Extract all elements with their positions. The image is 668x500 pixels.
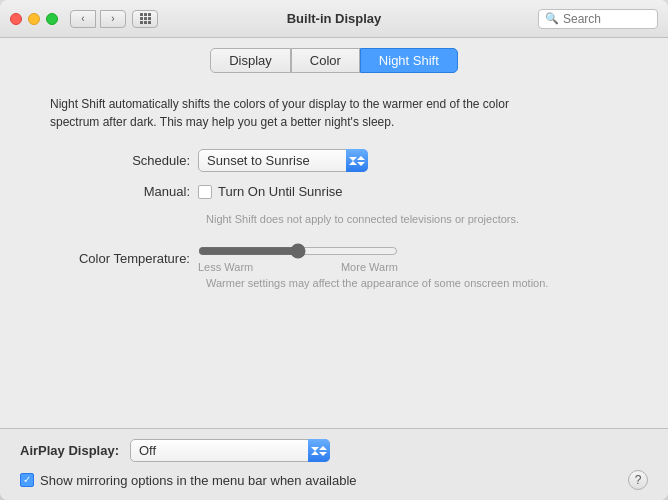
close-button[interactable] — [10, 13, 22, 25]
manual-checkbox-label: Turn On Until Sunrise — [218, 184, 343, 199]
main-content: Night Shift automatically shifts the col… — [0, 81, 668, 428]
maximize-button[interactable] — [46, 13, 58, 25]
color-temp-label: Color Temperature: — [50, 251, 190, 266]
schedule-row: Schedule: Sunset to Sunrise Off Custom — [50, 149, 638, 172]
more-warm-label: More Warm — [341, 261, 398, 273]
less-warm-label: Less Warm — [198, 261, 253, 273]
manual-checkbox-row: Turn On Until Sunrise — [198, 184, 343, 199]
slider-wrapper: Less Warm More Warm — [198, 243, 398, 273]
manual-row: Manual: Turn On Until Sunrise Night Shif… — [50, 184, 638, 227]
forward-button[interactable]: › — [100, 10, 126, 28]
mirroring-checkbox[interactable]: ✓ — [20, 473, 34, 487]
airplay-dropdown[interactable]: Off On — [130, 439, 330, 462]
airplay-row: AirPlay Display: Off On — [20, 439, 648, 462]
tab-bar: Display Color Night Shift — [0, 38, 668, 81]
titlebar: ‹ › Built-in Display 🔍 — [0, 0, 668, 38]
manual-label: Manual: — [50, 184, 190, 199]
search-input[interactable] — [563, 12, 651, 26]
bottom-bar: AirPlay Display: Off On ✓ Show mirroring… — [0, 428, 668, 500]
mirroring-row: ✓ Show mirroring options in the menu bar… — [20, 470, 648, 490]
nav-buttons: ‹ › — [70, 10, 126, 28]
airplay-dropdown-wrapper: Off On — [130, 439, 330, 462]
grid-icon — [140, 13, 151, 24]
tab-color[interactable]: Color — [291, 48, 360, 73]
grid-button[interactable] — [132, 10, 158, 28]
airplay-label: AirPlay Display: — [20, 443, 120, 458]
schedule-label: Schedule: — [50, 153, 190, 168]
back-button[interactable]: ‹ — [70, 10, 96, 28]
search-box[interactable]: 🔍 — [538, 9, 658, 29]
slider-labels: Less Warm More Warm — [198, 261, 398, 273]
color-temp-slider[interactable] — [198, 243, 398, 259]
slider-note-text: Warmer settings may affect the appearanc… — [206, 277, 548, 289]
form-section: Schedule: Sunset to Sunrise Off Custom — [30, 149, 638, 292]
mirroring-label: Show mirroring options in the menu bar w… — [40, 473, 357, 488]
minimize-button[interactable] — [28, 13, 40, 25]
schedule-dropdown-wrapper: Sunset to Sunrise Off Custom — [198, 149, 368, 172]
description-text: Night Shift automatically shifts the col… — [30, 95, 510, 131]
checkmark-icon: ✓ — [23, 475, 31, 485]
search-icon: 🔍 — [545, 12, 559, 25]
traffic-lights — [10, 13, 58, 25]
color-temp-section: Color Temperature: Less Warm More Warm W… — [50, 243, 638, 291]
window-title: Built-in Display — [287, 11, 382, 26]
schedule-dropdown[interactable]: Sunset to Sunrise Off Custom — [198, 149, 368, 172]
color-temp-row: Color Temperature: Less Warm More Warm — [50, 243, 638, 273]
manual-checkbox[interactable] — [198, 185, 212, 199]
window: ‹ › Built-in Display 🔍 Display Color Nig… — [0, 0, 668, 500]
tab-display[interactable]: Display — [210, 48, 291, 73]
tab-nightshift[interactable]: Night Shift — [360, 48, 458, 73]
help-button[interactable]: ? — [628, 470, 648, 490]
manual-note-text: Night Shift does not apply to connected … — [206, 213, 519, 225]
